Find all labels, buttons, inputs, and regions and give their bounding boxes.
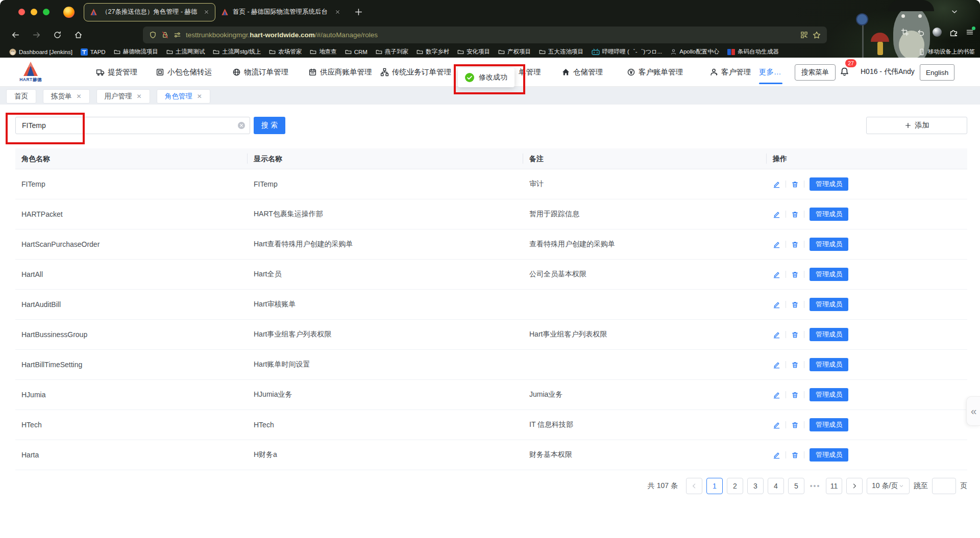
manage-members-button[interactable]: 管理成员 xyxy=(810,238,848,251)
edit-icon[interactable] xyxy=(773,391,780,399)
close-tab-icon[interactable]: ✕ xyxy=(77,93,82,99)
hart-logo[interactable]: HART赫德 xyxy=(14,61,47,83)
app-menu-icon[interactable] xyxy=(966,28,974,36)
page-tab[interactable]: 用户管理✕ xyxy=(96,89,150,104)
browser-tab[interactable]: 首页 - 赫德国际物流管理系统后台 xyxy=(215,4,346,21)
bell-icon[interactable] xyxy=(840,67,849,76)
bookmark-item[interactable]: 土流网stg/线上 xyxy=(209,47,265,56)
bookmark-item[interactable]: 地查查 xyxy=(306,47,341,56)
more-pages-icon[interactable]: ••• xyxy=(808,478,822,494)
page-button[interactable]: 11 xyxy=(826,478,842,494)
tab-list-chevron-icon[interactable] xyxy=(950,8,959,16)
forward-button[interactable] xyxy=(32,31,41,39)
mobile-bookmarks[interactable]: 移动设备上的书签 xyxy=(918,48,975,56)
close-tab-icon[interactable]: ✕ xyxy=(137,93,142,99)
nav-item[interactable]: 仓储管理 xyxy=(561,58,603,86)
manage-members-button[interactable]: 管理成员 xyxy=(810,358,848,371)
close-tab-icon[interactable] xyxy=(204,9,209,15)
edit-icon[interactable] xyxy=(773,421,780,429)
prev-page-button[interactable] xyxy=(686,478,702,494)
page-button[interactable]: 2 xyxy=(727,478,743,494)
edit-icon[interactable] xyxy=(773,271,780,278)
nav-item[interactable]: 物流订单管理 xyxy=(232,58,288,86)
nav-item-more[interactable]: 更多… xyxy=(759,58,781,86)
bookmark-item[interactable]: 数字乡村 xyxy=(412,47,453,56)
delete-icon[interactable] xyxy=(791,361,799,369)
page-button[interactable]: 4 xyxy=(768,478,784,494)
new-tab-button[interactable] xyxy=(354,8,363,16)
jump-page-input[interactable] xyxy=(932,478,956,494)
close-tab-icon[interactable] xyxy=(335,9,340,15)
zoom-window-button[interactable] xyxy=(43,9,50,15)
delete-icon[interactable] xyxy=(791,211,799,218)
page-tab[interactable]: 首页 xyxy=(6,89,36,104)
delete-icon[interactable] xyxy=(791,301,799,309)
bookmark-item[interactable]: 条码自动生成器 xyxy=(723,47,783,56)
delete-icon[interactable] xyxy=(791,421,799,429)
edit-icon[interactable] xyxy=(773,301,780,309)
bookmark-item[interactable]: 赫德物流项目 xyxy=(110,47,162,56)
delete-icon[interactable] xyxy=(791,391,799,399)
bookmark-item[interactable]: 五大连池项目 xyxy=(535,47,587,56)
delete-icon[interactable] xyxy=(791,331,799,339)
bookmark-item[interactable]: 农场管家 xyxy=(265,47,306,56)
page-tab[interactable]: 拣货单✕ xyxy=(43,89,90,104)
manage-members-button[interactable]: 管理成员 xyxy=(810,298,848,311)
manage-members-button[interactable]: 管理成员 xyxy=(810,448,848,462)
manage-members-button[interactable]: 管理成员 xyxy=(810,418,848,431)
screenshot-icon[interactable] xyxy=(901,28,909,36)
page-button[interactable]: 5 xyxy=(788,478,804,494)
page-button[interactable]: 3 xyxy=(747,478,764,494)
bookmark-item[interactable]: 安化项目 xyxy=(453,47,494,56)
role-search-input[interactable] xyxy=(15,117,250,134)
edit-icon[interactable] xyxy=(773,241,780,248)
nav-item[interactable]: 提货管理 xyxy=(96,58,137,86)
manage-members-button[interactable]: 管理成员 xyxy=(810,268,848,281)
lock-insecure-icon[interactable] xyxy=(161,31,169,39)
nav-item[interactable]: 小包仓储转运 xyxy=(156,58,212,86)
minimize-window-button[interactable] xyxy=(31,9,37,15)
back-button[interactable] xyxy=(11,31,20,39)
edit-icon[interactable] xyxy=(773,361,780,369)
nav-item[interactable]: 客户管理 xyxy=(709,58,751,86)
page-tab[interactable]: 角色管理✕ xyxy=(157,89,210,104)
home-button[interactable] xyxy=(74,31,83,39)
nav-item-bill-partial[interactable]: 单管理 xyxy=(519,58,541,86)
language-button[interactable]: English xyxy=(920,64,954,81)
reload-button[interactable] xyxy=(53,31,62,39)
clear-input-icon[interactable] xyxy=(238,122,245,129)
edit-icon[interactable] xyxy=(773,331,780,339)
page-size-select[interactable]: 10 条/页 xyxy=(867,478,910,494)
nav-item[interactable]: 供应商账单管理 xyxy=(308,58,372,86)
close-window-button[interactable] xyxy=(18,9,25,15)
manage-members-button[interactable]: 管理成员 xyxy=(810,388,848,401)
bookmark-item[interactable]: 土流网测试 xyxy=(162,47,209,56)
bookmark-item[interactable]: Dashboard [Jenkins] xyxy=(5,48,77,56)
bookmark-item[interactable]: CRM xyxy=(341,48,372,56)
manage-members-button[interactable]: 管理成员 xyxy=(810,177,848,191)
permissions-icon[interactable] xyxy=(174,31,181,39)
edit-icon[interactable] xyxy=(773,181,780,188)
page-button[interactable]: 1 xyxy=(706,478,723,494)
shield-icon[interactable] xyxy=(149,31,157,39)
nav-item[interactable]: 客户账单管理 xyxy=(627,58,683,86)
extension-sphere-icon[interactable] xyxy=(933,28,942,37)
nav-item[interactable]: 传统业务订单管理 xyxy=(380,58,451,86)
extensions-puzzle-icon[interactable] xyxy=(949,28,958,37)
url-bar[interactable]: testtrunkbookingmgr.hart-worldwide.com/#… xyxy=(143,27,827,43)
next-page-button[interactable] xyxy=(846,478,863,494)
bookmark-star-icon[interactable] xyxy=(813,31,821,39)
edit-icon[interactable] xyxy=(773,451,780,459)
bookmark-item[interactable]: 产权项目 xyxy=(494,47,535,56)
qr-code-icon[interactable] xyxy=(800,31,808,39)
manage-members-button[interactable]: 管理成员 xyxy=(810,208,848,221)
search-menu-button[interactable]: 搜索菜单 xyxy=(795,64,836,81)
bookmark-item[interactable]: 燕子到家 xyxy=(372,47,412,56)
bookmark-item[interactable]: TAPD xyxy=(77,48,110,56)
add-button[interactable]: 添加 xyxy=(866,117,967,134)
manage-members-button[interactable]: 管理成员 xyxy=(810,328,848,341)
delete-icon[interactable] xyxy=(791,451,799,459)
delete-icon[interactable] xyxy=(791,241,799,248)
edit-icon[interactable] xyxy=(773,211,780,218)
search-button[interactable]: 搜 索 xyxy=(254,117,285,134)
